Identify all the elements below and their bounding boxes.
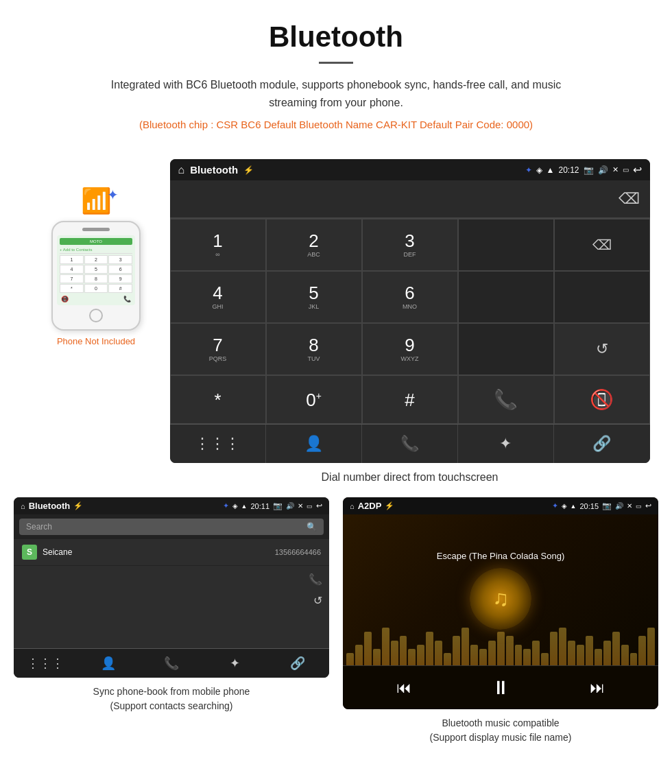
pb-link-icon: 🔗 <box>290 656 305 670</box>
eq-bar-30 <box>612 632 620 665</box>
dialer-status-bar: ⌂ Bluetooth ⚡ ✦ ◈ ▲ 20:12 📷 🔊 ✕ ▭ ↩ <box>170 159 650 180</box>
dialer-status-left: ⌂ Bluetooth ⚡ <box>178 164 254 176</box>
eq-bar-32 <box>630 653 638 665</box>
pb-side-phone-icon[interactable]: 📞 <box>309 573 322 586</box>
key-8[interactable]: 8 TUV <box>266 323 362 375</box>
eq-bar-4 <box>382 628 389 665</box>
key-9[interactable]: 9 WXYZ <box>362 323 458 375</box>
pb-contact-row[interactable]: S Seicane 13566664466 <box>14 539 329 565</box>
pb-side-reload-icon[interactable]: ↺ <box>313 594 322 607</box>
toolbar-keypad-btn[interactable]: ⋮⋮⋮ <box>170 425 266 463</box>
home-icon: ⌂ <box>178 164 185 176</box>
pb-status-right: ✦ ◈ ▲ 20:11 📷 🔊 ✕ ▭ ↩ <box>223 501 322 510</box>
music-title-bar: A2DP <box>358 501 382 511</box>
key-6[interactable]: 6 MNO <box>362 271 458 323</box>
pb-usb-icon: ⚡ <box>73 501 83 510</box>
eq-bar-3 <box>373 649 381 665</box>
pb-bluetooth-icon: ✦ <box>230 656 240 670</box>
toolbar-bluetooth-btn[interactable]: ✦ <box>458 425 554 463</box>
key-3[interactable]: 3 DEF <box>362 219 458 271</box>
phone-key-star: * <box>60 284 84 293</box>
pb-keypad-icon: ⋮⋮⋮ <box>27 656 64 670</box>
music-album-art: ♫ <box>470 568 531 630</box>
eq-bar-18 <box>506 636 514 665</box>
eq-bar-21 <box>532 641 540 666</box>
pb-search-icon: 🔍 <box>307 522 317 532</box>
music-note-icon: ♫ <box>492 586 509 611</box>
dialer-screen: ⌂ Bluetooth ⚡ ✦ ◈ ▲ 20:12 📷 🔊 ✕ ▭ ↩ <box>170 159 650 463</box>
music-item: ⌂ A2DP ⚡ ✦ ◈ ▲ 20:15 📷 🔊 ✕ ▭ ↩ Escape <box>343 497 658 748</box>
pb-sig-icon: ▲ <box>241 503 248 510</box>
key-4[interactable]: 4 GHI <box>170 271 266 323</box>
header-description: Integrated with BC6 Bluetooth module, su… <box>96 76 576 111</box>
eq-bar-17 <box>497 632 505 665</box>
dialer-status-right: ✦ ◈ ▲ 20:12 📷 🔊 ✕ ▭ ↩ <box>525 163 642 176</box>
eq-bar-2 <box>364 632 372 665</box>
pb-tool-bluetooth[interactable]: ✦ <box>203 649 266 678</box>
time-display: 20:12 <box>558 165 579 175</box>
pb-loc-icon: ◈ <box>232 502 238 510</box>
toolbar-contacts-btn[interactable]: 👤 <box>266 425 362 463</box>
phone-key-2: 2 <box>84 255 108 264</box>
eq-bar-22 <box>541 653 549 665</box>
eq-bar-26 <box>577 645 584 666</box>
pb-search-placeholder: Search <box>26 522 52 532</box>
rect-icon: ▭ <box>623 166 629 174</box>
music-play-button[interactable]: ⏸ <box>491 676 510 699</box>
music-prev-button[interactable]: ⏮ <box>396 679 411 697</box>
key-0[interactable]: 0+ <box>266 375 362 424</box>
music-cam-icon: 📷 <box>602 501 612 510</box>
music-close-icon: ✕ <box>627 502 632 510</box>
key-1[interactable]: 1 ∞ <box>170 219 266 271</box>
eq-bar-5 <box>391 641 398 666</box>
music-main: Escape (The Pina Colada Song) ♫ <box>343 514 658 665</box>
phone-key-5: 5 <box>84 265 108 274</box>
pb-tool-contacts[interactable]: 👤 <box>77 649 140 678</box>
key-empty-2 <box>458 271 554 323</box>
eq-bar-8 <box>417 645 424 666</box>
phone-body: MOTO + Add to Contacts 1 2 3 4 5 6 7 8 9… <box>51 221 141 331</box>
music-rect-icon: ▭ <box>636 503 642 510</box>
key-5[interactable]: 5 JKL <box>266 271 362 323</box>
call-red-button[interactable]: 📵 <box>554 375 650 424</box>
phone-key-8: 8 <box>84 274 108 283</box>
pb-status-bar: ⌂ Bluetooth ⚡ ✦ ◈ ▲ 20:11 📷 🔊 ✕ ▭ ↩ <box>14 497 329 514</box>
back-icon: ↩ <box>633 163 642 176</box>
contacts-icon: 👤 <box>304 435 323 452</box>
toolbar-phone-btn[interactable]: 📞 <box>362 425 458 463</box>
eq-bar-12 <box>453 636 460 665</box>
key-7[interactable]: 7 PQRS <box>170 323 266 375</box>
pb-search-bar[interactable]: Search 🔍 <box>19 519 324 535</box>
call-green-button[interactable]: 📞 <box>458 375 554 424</box>
link-icon: 🔗 <box>592 435 611 452</box>
music-screen: ⌂ A2DP ⚡ ✦ ◈ ▲ 20:15 📷 🔊 ✕ ▭ ↩ Escape <box>343 497 658 709</box>
key-star[interactable]: * <box>170 375 266 424</box>
key-2[interactable]: 2 ABC <box>266 219 362 271</box>
music-next-button[interactable]: ⏭ <box>590 679 605 697</box>
key-hash[interactable]: # <box>362 375 458 424</box>
key-reload[interactable]: ↺ <box>554 323 650 375</box>
eq-bar-6 <box>400 636 407 665</box>
pb-bt-icon: ✦ <box>223 501 229 510</box>
key-empty-3 <box>554 271 650 323</box>
wifi-bluetooth-icons: 📶 ✦ <box>81 187 112 215</box>
pb-rect-icon: ▭ <box>307 503 313 510</box>
eq-bar-33 <box>638 636 646 665</box>
backspace-button[interactable]: ⌫ <box>619 190 640 208</box>
toolbar-link-btn[interactable]: 🔗 <box>554 425 650 463</box>
eq-bar-27 <box>586 636 593 665</box>
middle-section: 📶 ✦ MOTO + Add to Contacts 1 2 3 4 5 6 7… <box>0 145 672 497</box>
key-empty-1 <box>458 219 554 271</box>
phone-key-7: 7 <box>60 274 84 283</box>
pb-tool-phone[interactable]: 📞 <box>140 649 203 678</box>
eq-bar-19 <box>515 645 523 666</box>
key-backspace-display[interactable]: ⌫ <box>554 219 650 271</box>
pb-tool-keypad[interactable]: ⋮⋮⋮ <box>14 649 77 678</box>
phone-key-hash: # <box>108 284 132 293</box>
eq-bar-16 <box>488 641 496 666</box>
pb-contact-number: 13566664466 <box>275 548 321 556</box>
phone-add-contact: + Add to Contacts <box>60 246 132 254</box>
phone-call-btn: 📞 <box>123 296 131 302</box>
pb-tool-link[interactable]: 🔗 <box>266 649 329 678</box>
pb-back-icon: ↩ <box>316 501 322 510</box>
